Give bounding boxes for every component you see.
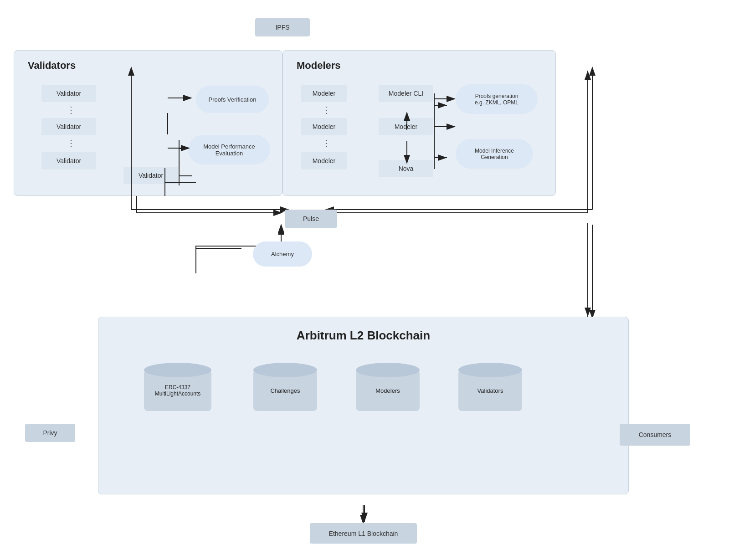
model-performance-cloud: Model Performance Evaluation (188, 135, 270, 164)
blockchain-title: Arbitrum L2 Blockchain (297, 329, 430, 343)
ipfs-box: IPFS (255, 18, 310, 36)
proofs-generation-cloud: Proofs generation e.g. ZKML, OPML (456, 84, 538, 114)
diagram-container: IPFS Validators Validator ⋮ Validator ⋮ … (0, 0, 729, 560)
proofs-verification-cloud: Proofs Verification (196, 86, 269, 113)
cylinder-challenges: Challenges (253, 363, 317, 411)
model-inference-cloud: Model Inference Generation (456, 139, 533, 169)
cylinder-modelers: Modelers (356, 363, 420, 411)
pulse-box: Pulse (285, 210, 337, 228)
ethereum-box: Ethereum L1 Blockchain (310, 523, 417, 544)
pulse-label: Pulse (303, 215, 319, 222)
cylinder-erc: ERC-4337 MultiLightAccounts (144, 363, 211, 411)
ethereum-label: Ethereum L1 Blockchain (329, 530, 398, 537)
blockchain-panel: Arbitrum L2 Blockchain ERC-4337 MultiLig… (98, 317, 629, 494)
modelers-panel: Modelers Modeler ⋮ Modeler ⋮ Modeler Mod… (282, 50, 556, 196)
ipfs-label: IPFS (275, 24, 289, 31)
cylinder-validators: Validators (458, 363, 522, 411)
privy-box: Privy (25, 424, 75, 442)
bracket-svg (14, 51, 283, 196)
consumers-box: Consumers (620, 424, 690, 446)
privy-label: Privy (43, 429, 57, 437)
alchemy-cloud: Alchemy (253, 241, 312, 267)
validators-panel: Validators Validator ⋮ Validator ⋮ Valid… (14, 50, 282, 196)
consumers-label: Consumers (639, 431, 672, 438)
modeler-bracket-svg (283, 51, 556, 196)
